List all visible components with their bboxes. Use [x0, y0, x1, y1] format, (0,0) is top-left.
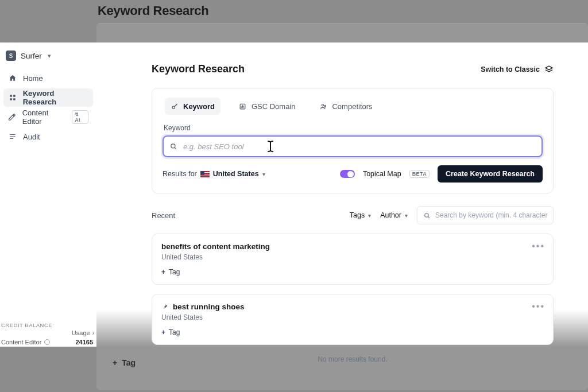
key-icon — [171, 102, 179, 110]
filter-author-dropdown[interactable]: Author ▾ — [380, 211, 408, 219]
sidebar: S Surfer ▾ Home Keyword Research — [0, 42, 96, 347]
main-content: Keyword Research Switch to Classic Keywo… — [96, 42, 588, 347]
more-options-button[interactable]: ••• — [532, 301, 545, 312]
result-title: best running shoes — [173, 302, 245, 311]
keyword-panel: Keyword GSC Domain Competitors Keyword — [152, 88, 554, 193]
sidebar-item-home[interactable]: Home — [3, 69, 93, 87]
info-icon[interactable] — [44, 339, 50, 345]
add-tag-label: Tag — [169, 328, 180, 336]
svg-rect-3 — [13, 98, 16, 100]
credit-balance-label: CREDIT BALANCE — [0, 322, 96, 328]
sidebar-item-label: Home — [23, 74, 43, 83]
sidebar-footer: CREDIT BALANCE Usage › Content Editor 24… — [0, 315, 96, 347]
recent-result-card[interactable]: best running shoes United States + Tag •… — [152, 294, 554, 345]
edit-icon — [8, 112, 17, 122]
switch-label: Switch to Classic — [481, 65, 540, 73]
tab-label: GSC Domain — [252, 102, 296, 111]
topical-map-label: Topical Map — [363, 170, 401, 178]
svg-rect-2 — [10, 98, 12, 100]
filter-author-label: Author — [380, 211, 401, 219]
svg-point-9 — [425, 213, 429, 217]
switch-to-classic-link[interactable]: Switch to Classic — [481, 65, 554, 74]
recent-result-card[interactable]: benefits of content marketing United Sta… — [152, 234, 554, 285]
no-more-results: No more results found. — [152, 355, 554, 363]
stack-icon — [544, 65, 554, 74]
people-icon — [319, 102, 327, 110]
chevron-down-icon: ▾ — [48, 52, 51, 60]
recent-search-input[interactable] — [435, 211, 547, 219]
credit-usage-link[interactable]: Usage › — [0, 328, 96, 337]
beta-badge: BETA — [409, 170, 430, 178]
svg-point-6 — [322, 104, 323, 106]
svg-point-8 — [171, 144, 175, 148]
sidebar-item-content-editor[interactable]: Content Editor ↯ AI — [3, 108, 93, 126]
create-keyword-research-button[interactable]: Create Keyword Research — [438, 165, 543, 183]
tab-label: Competitors — [332, 102, 372, 111]
chevron-down-icon: ▾ — [368, 212, 371, 219]
topical-map-toggle[interactable] — [340, 170, 355, 178]
keyword-input-wrap[interactable] — [163, 135, 543, 157]
keyword-field-label: Keyword — [163, 124, 543, 132]
bg-page-title: Keyword Research — [98, 3, 208, 18]
usage-label: Usage — [72, 329, 90, 336]
plus-icon: + — [113, 358, 117, 367]
panel-footer-row: Results for United States ▾ Topical Map … — [163, 165, 543, 183]
plus-icon: + — [161, 328, 165, 336]
workspace-switcher[interactable]: S Surfer ▾ — [3, 48, 93, 69]
grid-icon — [8, 93, 17, 102]
tab-competitors[interactable]: Competitors — [314, 98, 378, 115]
search-icon — [169, 142, 177, 150]
bg-tag-action[interactable]: + Tag — [113, 358, 136, 367]
add-tag-label: Tag — [169, 268, 180, 276]
credit-row-value: 24165 — [75, 339, 93, 346]
recent-header-row: Recent Tags ▾ Author ▾ — [152, 206, 554, 224]
sidebar-nav: Home Keyword Research Content Editor ↯ A… — [3, 69, 93, 146]
chevron-right-icon: › — [92, 330, 94, 336]
home-icon — [8, 73, 17, 83]
workspace-avatar: S — [6, 51, 16, 61]
panel-tabs: Keyword GSC Domain Competitors — [163, 98, 543, 116]
filter-tags-dropdown[interactable]: Tags ▾ — [350, 211, 371, 219]
svg-point-7 — [324, 105, 326, 106]
recent-label: Recent — [152, 211, 175, 220]
result-location: United States — [161, 253, 544, 261]
tab-keyword[interactable]: Keyword — [165, 98, 220, 115]
sidebar-item-audit[interactable]: Audit — [3, 127, 93, 146]
workspace-name: Surfer — [21, 52, 42, 60]
results-for-prefix: Results for — [163, 170, 197, 178]
search-icon — [423, 212, 431, 219]
result-location: United States — [161, 313, 544, 321]
plus-icon: + — [161, 268, 165, 276]
more-options-button[interactable]: ••• — [532, 241, 545, 251]
filter-tags-label: Tags — [350, 211, 365, 219]
page-title: Keyword Research — [152, 63, 245, 75]
sidebar-item-keyword-research[interactable]: Keyword Research — [3, 88, 93, 107]
svg-rect-1 — [13, 95, 16, 97]
chevron-down-icon: ▾ — [405, 212, 408, 219]
credit-row-content-editor: Content Editor 24165 — [0, 337, 96, 347]
modal-sheet: S Surfer ▾ Home Keyword Research — [0, 42, 588, 347]
pin-icon — [161, 304, 168, 311]
bg-tag-label: Tag — [122, 358, 136, 367]
results-for-selector[interactable]: Results for United States ▾ — [163, 170, 265, 178]
gsc-icon — [239, 102, 247, 110]
us-flag-icon — [200, 171, 210, 177]
sidebar-item-label: Keyword Research — [23, 89, 88, 106]
chevron-down-icon: ▾ — [262, 171, 265, 177]
add-tag-action[interactable]: + Tag — [161, 268, 544, 276]
recent-search-wrap[interactable] — [417, 206, 554, 224]
ai-badge: ↯ AI — [72, 110, 88, 124]
sidebar-item-label: Content Editor — [22, 108, 67, 126]
country-name: United States — [213, 170, 259, 178]
result-title: benefits of content marketing — [161, 242, 270, 251]
credit-row-label: Content Editor — [1, 339, 41, 346]
add-tag-action[interactable]: + Tag — [161, 328, 544, 336]
list-icon — [8, 132, 17, 141]
tab-gsc-domain[interactable]: GSC Domain — [233, 98, 301, 115]
keyword-input[interactable] — [183, 142, 536, 151]
title-row: Keyword Research Switch to Classic — [152, 63, 554, 75]
sidebar-item-label: Audit — [23, 133, 40, 141]
svg-rect-0 — [10, 95, 12, 97]
svg-point-4 — [172, 106, 175, 108]
tab-label: Keyword — [183, 102, 215, 111]
